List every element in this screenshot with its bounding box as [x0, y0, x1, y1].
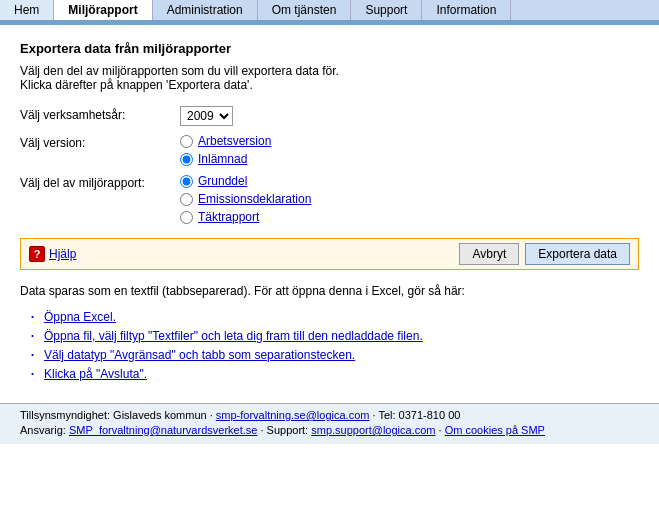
- navbar: Hem Miljörapport Administration Om tjäns…: [0, 0, 659, 21]
- nav-item-om-tjänsten[interactable]: Om tjänsten: [258, 0, 352, 20]
- desc-line1: Välj den del av miljörapporten som du vi…: [20, 64, 339, 78]
- nav-item-support[interactable]: Support: [351, 0, 422, 20]
- nav-item-miljörapport[interactable]: Miljörapport: [54, 0, 152, 20]
- footer-cookies[interactable]: Om cookies på SMP: [445, 424, 545, 436]
- section-row: Välj del av miljörapport: Grunddel Emiss…: [20, 174, 639, 224]
- section-grunddel-radio[interactable]: [180, 175, 193, 188]
- cancel-button[interactable]: Avbryt: [459, 243, 519, 265]
- nav-item-administration[interactable]: Administration: [153, 0, 258, 20]
- version-inlamnad-radio[interactable]: [180, 153, 193, 166]
- footer-email3[interactable]: smp.support@logica.com: [311, 424, 435, 436]
- help-icon[interactable]: ?: [29, 246, 45, 262]
- section-taktrapport-label[interactable]: Täktrapport: [198, 210, 259, 224]
- section-taktrapport-radio[interactable]: [180, 211, 193, 224]
- footer-tillsyn-text: Tillsynsmyndighet: Gislaveds kommun ·: [20, 409, 216, 421]
- section-grunddel: Grunddel: [180, 174, 639, 188]
- footer-support-text: · Support:: [257, 424, 311, 436]
- desc-line2: Klicka därefter på knappen 'Exportera da…: [20, 78, 253, 92]
- year-select[interactable]: 2009 2008 2007 2006 2005: [180, 106, 233, 126]
- footer-line1: Tillsynsmyndighet: Gislaveds kommun · sm…: [20, 409, 639, 421]
- version-row: Välj version: Arbetsversion Inlämnad: [20, 134, 639, 166]
- section-emissionsdeklaration: Emissionsdeklaration: [180, 192, 639, 206]
- section-grunddel-label[interactable]: Grunddel: [198, 174, 247, 188]
- nav-item-hem[interactable]: Hem: [0, 0, 54, 20]
- section-emissionsdeklaration-label[interactable]: Emissionsdeklaration: [198, 192, 311, 206]
- form: Välj verksamhetsår: 2009 2008 2007 2006 …: [20, 106, 639, 224]
- info-description: Data sparas som en textfil (tabbseparera…: [20, 284, 639, 298]
- list-item: Klicka på "Avsluta".: [30, 367, 639, 381]
- version-inlamnad-label[interactable]: Inlämnad: [198, 152, 247, 166]
- nav-item-information[interactable]: Information: [422, 0, 511, 20]
- info-list: Öppna Excel. Öppna fil, välj filtyp "Tex…: [30, 310, 639, 381]
- section-radio-group: Grunddel Emissionsdeklaration Täktrappor…: [180, 174, 639, 224]
- list-item: Öppna Excel.: [30, 310, 639, 324]
- main-content: Exportera data från miljörapporter Välj …: [0, 25, 659, 403]
- version-arbetsversion: Arbetsversion: [180, 134, 639, 148]
- footer-email1[interactable]: smp-forvaltning.se@logica.com: [216, 409, 370, 421]
- section-label: Välj del av miljörapport:: [20, 174, 180, 190]
- page-title: Exportera data från miljörapporter: [20, 41, 639, 56]
- section-emissionsdeklaration-radio[interactable]: [180, 193, 193, 206]
- version-arbetsversion-label[interactable]: Arbetsversion: [198, 134, 271, 148]
- footer-line2: Ansvarig: SMP_forvaltning@naturvardsverk…: [20, 424, 639, 436]
- version-radio-group: Arbetsversion Inlämnad: [180, 134, 639, 166]
- footer-email2[interactable]: SMP_forvaltning@naturvardsverket.se: [69, 424, 257, 436]
- footer: Tillsynsmyndighet: Gislaveds kommun · sm…: [0, 403, 659, 444]
- version-inlamnad: Inlämnad: [180, 152, 639, 166]
- year-control: 2009 2008 2007 2006 2005: [180, 106, 639, 126]
- section-control: Grunddel Emissionsdeklaration Täktrappor…: [180, 174, 639, 224]
- footer-sep: ·: [436, 424, 445, 436]
- year-row: Välj verksamhetsår: 2009 2008 2007 2006 …: [20, 106, 639, 126]
- button-bar: ? Hjälp Avbryt Exportera data: [20, 238, 639, 270]
- export-button[interactable]: Exportera data: [525, 243, 630, 265]
- help-link[interactable]: Hjälp: [49, 247, 76, 261]
- footer-ansvarig-text: Ansvarig:: [20, 424, 69, 436]
- section-taktrapport: Täktrapport: [180, 210, 639, 224]
- list-item: Välj datatyp "Avgränsad" och tabb som se…: [30, 348, 639, 362]
- footer-tel: · Tel: 0371-810 00: [369, 409, 460, 421]
- year-label: Välj verksamhetsår:: [20, 106, 180, 122]
- page-description: Välj den del av miljörapporten som du vi…: [20, 64, 639, 92]
- version-label: Välj version:: [20, 134, 180, 150]
- version-arbetsversion-radio[interactable]: [180, 135, 193, 148]
- list-item: Öppna fil, välj filtyp "Textfiler" och l…: [30, 329, 639, 343]
- version-control: Arbetsversion Inlämnad: [180, 134, 639, 166]
